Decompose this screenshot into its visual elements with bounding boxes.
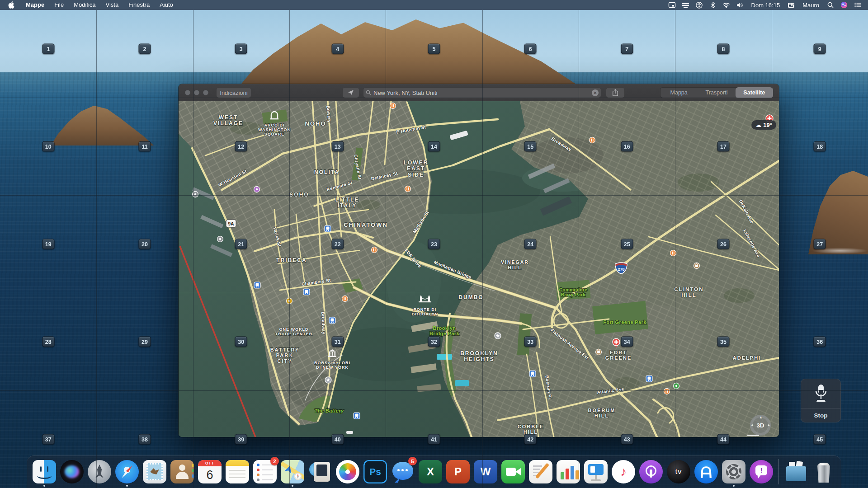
map-poi-orange[interactable] xyxy=(670,250,676,256)
menu-file[interactable]: File xyxy=(49,1,69,8)
3d-control[interactable]: 3D ▲ ◂ ▸ xyxy=(750,415,771,436)
map-poi-transit[interactable] xyxy=(529,371,536,377)
map-label: DUMBO xyxy=(458,294,483,300)
apple-menu-icon[interactable] xyxy=(8,1,14,9)
map-label: PONTE DIBROOKLYN xyxy=(412,307,439,316)
dock-item-launchpad[interactable] xyxy=(87,459,112,485)
directions-button[interactable]: Indicazioni xyxy=(216,87,251,98)
svg-text:9A: 9A xyxy=(228,221,234,226)
dock-item-pages[interactable] xyxy=(528,459,553,485)
dock-item-music[interactable]: ♪ xyxy=(611,459,636,485)
map-poi-gray[interactable] xyxy=(217,236,223,242)
map-poi-tan[interactable] xyxy=(596,349,602,355)
map-canvas[interactable]: 9A278 WESTVILLAGENOHOARCO DIWASHINGTONSQ… xyxy=(179,101,779,437)
display-icon[interactable] xyxy=(666,0,678,10)
map-satellite-view: 9A278 WESTVILLAGENOHOARCO DIWASHINGTONSQ… xyxy=(179,101,779,437)
map-label: ADELPHI xyxy=(733,355,761,361)
map-poi-orange[interactable] xyxy=(405,186,411,192)
menu-vista[interactable]: Vista xyxy=(101,1,124,8)
dock-item-word[interactable]: W xyxy=(473,459,498,485)
road-shield-9A: 9A xyxy=(226,220,236,227)
map-poi-purple[interactable] xyxy=(254,187,260,192)
search-icon[interactable] xyxy=(825,0,836,10)
notification-badge: 5 xyxy=(408,457,417,465)
dock-item-photo-booth[interactable] xyxy=(308,459,332,485)
map-poi-orange[interactable] xyxy=(372,247,377,253)
dock-item-messages[interactable]: 5 xyxy=(391,459,415,485)
dock-item-system-preferences[interactable] xyxy=(722,459,746,485)
sidecar-icon[interactable] xyxy=(680,0,692,10)
dock-item-powerpoint[interactable]: P xyxy=(446,459,470,485)
dock-item-notes[interactable] xyxy=(225,459,250,485)
dock-item-contacts[interactable] xyxy=(170,459,194,485)
weather-chip: ☁ 19° xyxy=(751,120,776,130)
menu-modifica[interactable]: Modifica xyxy=(69,1,100,8)
search-field[interactable]: ✕ xyxy=(363,87,601,98)
bluetooth-icon[interactable] xyxy=(707,0,719,10)
dock-item-safari[interactable] xyxy=(115,459,139,485)
wifi-icon[interactable] xyxy=(721,0,732,10)
dock-item-appletv[interactable]: tv xyxy=(666,459,691,485)
close-button[interactable] xyxy=(185,90,190,95)
map-poi-gray[interactable] xyxy=(193,192,198,197)
window-titlebar[interactable]: Indicazioni ✕ MappaTrasportiSatellite xyxy=(179,84,779,101)
dock-item-mail[interactable] xyxy=(142,459,167,485)
dock-item-facetime[interactable] xyxy=(501,459,525,485)
volume-icon[interactable] xyxy=(734,0,746,10)
dock-item-feedback-assistant[interactable]: ! xyxy=(749,459,774,485)
menu-mappe[interactable]: Mappe xyxy=(21,1,49,8)
dock-item-siri[interactable] xyxy=(60,459,84,485)
notification-icon[interactable] xyxy=(852,0,863,10)
stop-button[interactable]: Stop xyxy=(814,408,828,422)
map-poi-orange[interactable] xyxy=(342,296,348,302)
map-poi-tan[interactable] xyxy=(694,263,700,269)
dock-item-calendar[interactable]: OTT6 xyxy=(198,459,222,485)
dock-item-excel[interactable]: X xyxy=(418,459,443,485)
map-poi-green[interactable] xyxy=(674,383,679,389)
dock-item-downloads[interactable] xyxy=(784,459,808,485)
menu-clock[interactable]: Dom 16:15 xyxy=(748,2,784,9)
dock-item-appstore[interactable] xyxy=(694,459,718,485)
map-label: BrooklynBridge Park xyxy=(429,325,460,336)
dock-item-keynote[interactable] xyxy=(584,459,608,485)
map-poi-transit[interactable] xyxy=(325,225,331,232)
accessibility-icon[interactable] xyxy=(693,0,705,10)
dock-item-numbers[interactable] xyxy=(556,459,580,485)
tab-satellite[interactable]: Satellite xyxy=(736,87,773,98)
map-poi-orange[interactable] xyxy=(664,389,670,394)
map-poi-orange[interactable] xyxy=(390,103,396,109)
dock-item-finder[interactable] xyxy=(32,459,57,485)
dock-item-podcasts[interactable] xyxy=(639,459,663,485)
tab-mappa[interactable]: Mappa xyxy=(660,87,698,98)
menu-finestra[interactable]: Finestra xyxy=(123,1,155,8)
map-poi-star[interactable] xyxy=(325,377,331,383)
map-poi-transit[interactable] xyxy=(254,282,260,288)
keyboard-icon[interactable] xyxy=(785,0,797,10)
menu-aiuto[interactable]: Aiuto xyxy=(155,1,178,8)
compass-east-arrow: ▸ xyxy=(768,423,770,427)
share-button[interactable] xyxy=(606,87,625,98)
dock-item-maps[interactable] xyxy=(280,459,305,485)
dock-item-photoshop[interactable]: Ps xyxy=(363,459,387,485)
map-poi-orange[interactable] xyxy=(590,137,595,143)
map-poi-transit[interactable] xyxy=(303,289,310,295)
recording-panel[interactable]: Stop xyxy=(801,379,841,422)
map-poi-transit[interactable] xyxy=(354,413,360,419)
menu-user[interactable]: Mauro xyxy=(799,2,823,9)
locate-button[interactable] xyxy=(342,87,359,98)
tab-trasporti[interactable]: Trasporti xyxy=(698,87,735,98)
search-icon xyxy=(366,90,371,95)
siri-icon[interactable] xyxy=(838,0,850,10)
clear-search-button[interactable]: ✕ xyxy=(592,89,599,96)
map-poi-gold[interactable] xyxy=(287,298,292,304)
zoom-button[interactable] xyxy=(203,90,208,95)
search-input[interactable] xyxy=(373,89,592,96)
dock-item-trash[interactable] xyxy=(811,459,836,485)
desktop: MappeFileModificaVistaFinestraAiuto Dom … xyxy=(0,0,868,488)
map-poi-transit[interactable] xyxy=(329,317,335,324)
minimize-button[interactable] xyxy=(194,90,199,95)
dock-item-photos[interactable] xyxy=(335,459,360,485)
map-poi-star[interactable] xyxy=(495,333,501,339)
dock-item-reminders[interactable]: 2 xyxy=(253,459,277,485)
map-poi-transit[interactable] xyxy=(646,375,652,382)
